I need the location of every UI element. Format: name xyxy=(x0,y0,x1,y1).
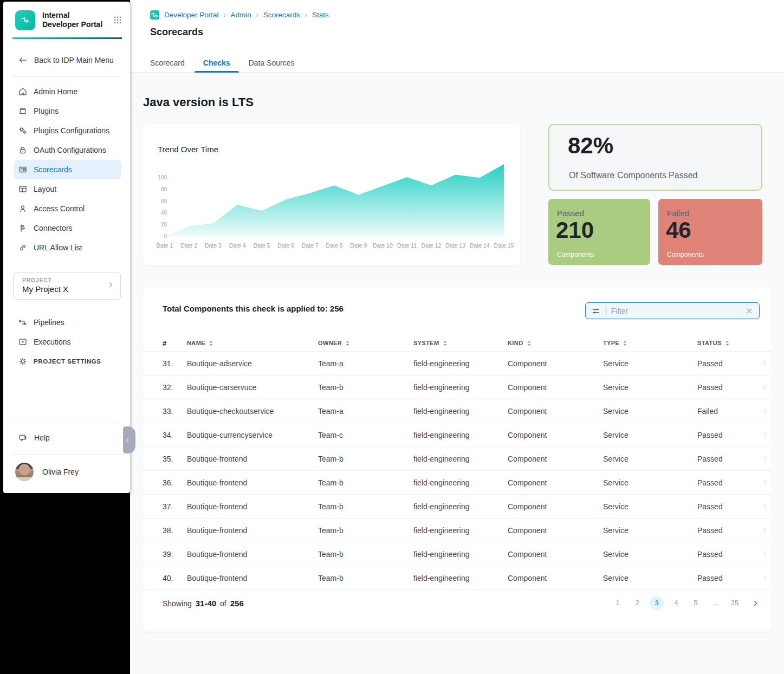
tab-data-sources[interactable]: Data Sources xyxy=(249,59,295,73)
filter-box[interactable] xyxy=(585,302,760,319)
sort-icon[interactable] xyxy=(443,340,448,347)
cell-owner: Team-b xyxy=(318,478,413,487)
failed-value: 46 xyxy=(666,217,691,243)
user-profile[interactable]: Olivia Frey xyxy=(3,460,130,484)
table-row[interactable]: 36.Boutique-frontendTeam-bfield-engineer… xyxy=(143,470,772,494)
app-logo-icon xyxy=(15,10,35,30)
table-row[interactable]: 35.Boutique-frontendTeam-bfield-engineer… xyxy=(143,446,772,470)
breadcrumb-scorecards[interactable]: Scorecards xyxy=(263,11,300,19)
sort-icon[interactable] xyxy=(623,340,627,347)
column-header-owner[interactable]: OWNER xyxy=(318,340,413,347)
breadcrumb-separator: › xyxy=(256,11,258,19)
sidebar-collapse-handle[interactable] xyxy=(123,426,135,453)
sidebar-item-project-settings[interactable]: PROJECT SETTINGS xyxy=(14,352,121,371)
row-chevron-icon xyxy=(757,478,772,487)
cell-owner: Team-a xyxy=(318,359,413,368)
cell-kind: Component xyxy=(508,502,603,511)
sidebar-item-pipelines[interactable]: Pipelines xyxy=(14,313,121,332)
cell-owner: Team-b xyxy=(318,574,413,582)
row-chevron-icon xyxy=(757,431,772,439)
cell-status: Passed xyxy=(697,478,757,487)
cell-status: Passed xyxy=(697,550,757,559)
showing-summary: Showing 31-40 of 256 xyxy=(163,599,244,608)
page-3[interactable]: 3 xyxy=(650,596,664,610)
sidebar-item-executions[interactable]: Executions xyxy=(14,332,121,352)
sidebar-item-access-control[interactable]: Access Control xyxy=(14,199,121,218)
next-page-button[interactable] xyxy=(751,599,760,607)
svg-text:100: 100 xyxy=(158,174,167,180)
page-2[interactable]: 2 xyxy=(630,596,644,610)
sidebar-item-plugins[interactable]: Plugins xyxy=(14,101,121,121)
execution-icon xyxy=(18,337,28,347)
sidebar-item-oauth-configurations[interactable]: OAuth Configurations xyxy=(14,140,121,160)
table-row[interactable]: 33.Boutique-checkoutserviceTeam-afield-e… xyxy=(143,399,772,423)
svg-text:Date 7: Date 7 xyxy=(302,242,319,249)
sort-icon[interactable] xyxy=(725,340,730,347)
cell-owner: Team-b xyxy=(318,455,413,463)
cell-type: Service xyxy=(603,383,697,392)
table-row[interactable]: 39.Boutique-frontendTeam-bfield-engineer… xyxy=(143,542,772,566)
page-4[interactable]: 4 xyxy=(669,596,683,610)
column-label: SYSTEM xyxy=(413,340,439,346)
cell-name: Boutique-frontend xyxy=(187,502,318,511)
cell-number: 35. xyxy=(163,455,187,463)
main-content: Developer Portal›Admin›Scorecards›Stats … xyxy=(130,0,784,674)
table-row[interactable]: 38.Boutique-frontendTeam-bfield-engineer… xyxy=(143,518,772,542)
tab-checks[interactable]: Checks xyxy=(203,59,230,73)
table-row[interactable]: 37.Boutique-frontendTeam-bfield-engineer… xyxy=(143,494,772,518)
text-cursor xyxy=(606,307,606,315)
sidebar-item-layout[interactable]: Layout xyxy=(14,179,121,199)
sidebar-item-connectors[interactable]: Connectors xyxy=(14,218,121,238)
column-header-name[interactable]: NAME xyxy=(187,340,318,347)
column-header-system[interactable]: SYSTEM xyxy=(413,340,508,347)
row-chevron-icon xyxy=(757,407,772,415)
failed-label: Failed xyxy=(667,209,689,218)
cell-name: Boutique-frontend xyxy=(187,478,318,487)
app-grid-icon[interactable] xyxy=(113,15,122,25)
cell-status: Failed xyxy=(697,407,757,416)
tab-scorecard[interactable]: Scorecard xyxy=(150,59,185,73)
cell-type: Service xyxy=(603,407,697,416)
sidebar-item-admin-home[interactable]: Admin Home xyxy=(14,82,121,101)
project-selector[interactable]: PROJECT My Project X xyxy=(13,273,121,300)
breadcrumb-stats[interactable]: Stats xyxy=(312,11,329,19)
column-header-kind[interactable]: KIND xyxy=(508,340,603,347)
column-header-type[interactable]: TYPE xyxy=(603,340,697,347)
breadcrumb-developer-portal[interactable]: Developer Portal xyxy=(164,11,219,19)
trend-chart: 020406080100Date 1Date 2Date 3Date 4Date… xyxy=(151,158,513,255)
sidebar-item-plugins-configurations[interactable]: Plugins Configurations xyxy=(14,121,121,140)
passed-label: Passed xyxy=(557,209,584,218)
row-chevron-icon xyxy=(757,359,772,367)
table-row[interactable]: 31.Boutique-adserviceTeam-afield-enginee… xyxy=(143,351,772,375)
column-header-status[interactable]: STATUS xyxy=(697,340,757,347)
sort-icon[interactable] xyxy=(527,340,532,347)
cell-system: field-engineering xyxy=(413,502,508,511)
column-label: KIND xyxy=(508,340,523,346)
cell-kind: Component xyxy=(508,478,603,487)
page-5[interactable]: 5 xyxy=(689,596,703,610)
sidebar-item-url-allow-list[interactable]: URL Allow List xyxy=(14,238,121,257)
sidebar-item-label: Plugins xyxy=(34,107,59,115)
page-1[interactable]: 1 xyxy=(611,596,625,610)
svg-text:40: 40 xyxy=(161,210,167,216)
column-header-[interactable]: # xyxy=(163,339,187,347)
cell-name: Boutique-frontend xyxy=(187,574,318,582)
table-row[interactable]: 32.Boutique-carservuceTeam-bfield-engine… xyxy=(143,375,772,399)
page-25[interactable]: 25 xyxy=(728,596,742,610)
svg-text:Date 4: Date 4 xyxy=(229,242,246,249)
sort-icon[interactable] xyxy=(345,340,350,347)
close-icon[interactable] xyxy=(745,307,754,315)
project-name: My Project X xyxy=(22,284,68,294)
back-to-idp-link[interactable]: Back to IDP Main Menu xyxy=(3,51,130,69)
pass-percentage-value: 82% xyxy=(568,133,613,159)
table-row[interactable]: 40.Boutique-frontendTeam-bfield-engineer… xyxy=(143,566,772,589)
help-button[interactable]: Help xyxy=(3,429,130,446)
table-row[interactable]: 34.Boutique-currencyserviceTeam-cfield-e… xyxy=(143,423,772,446)
svg-text:0: 0 xyxy=(164,234,167,239)
breadcrumb-admin[interactable]: Admin xyxy=(231,11,251,19)
sort-icon[interactable] xyxy=(209,340,213,347)
sidebar-item-scorecards[interactable]: Scorecards xyxy=(14,160,121,179)
filter-sliders-icon[interactable] xyxy=(591,306,601,316)
connector-icon xyxy=(18,223,28,233)
filter-input[interactable] xyxy=(611,307,740,315)
